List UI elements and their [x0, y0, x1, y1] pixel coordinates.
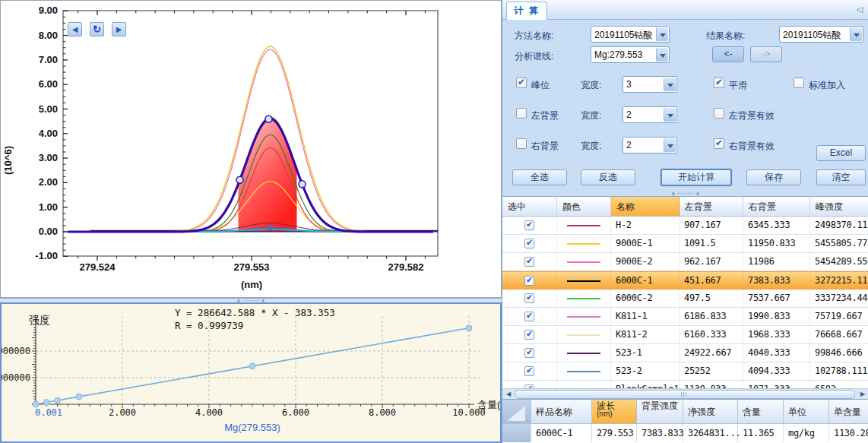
column-header-name[interactable]: 名称	[611, 197, 680, 216]
table-row[interactable]: 6000C-2 497.5 7537.667 3337234.444	[502, 290, 868, 308]
svg-text:0.001: 0.001	[35, 407, 62, 418]
svg-text:含量(: 含量(	[477, 399, 500, 410]
left-background-checkbox[interactable]	[516, 108, 527, 119]
table-row[interactable]: K811-2 6160.333 1968.333 76668.667	[502, 326, 868, 344]
left-bg-width-select[interactable]: 2	[622, 106, 677, 123]
column-header-bg-intensity[interactable]: 背景强度	[637, 400, 683, 423]
svg-text:279.582: 279.582	[388, 261, 424, 273]
table-row[interactable]: K811-1 6186.833 1990.833 75719.667	[502, 308, 868, 326]
series-color-line	[567, 298, 600, 299]
method-name-select[interactable]: 20191105钴酸	[591, 26, 670, 43]
horizontal-scrollbar[interactable]: ◀ ▶	[502, 388, 868, 399]
cell-right-bg: 7383.833	[743, 272, 810, 289]
scroll-right-icon[interactable]: ▶	[857, 390, 868, 399]
result-row[interactable]: 6000C-1 279.553 7383.833 3264831... 11.3…	[502, 424, 868, 442]
column-header-wavelength[interactable]: 波长 (nm)	[592, 400, 637, 423]
cell-name: H-2	[611, 217, 680, 234]
peak-position-checkbox[interactable]	[516, 78, 527, 88]
clear-button[interactable]: 清空	[816, 169, 866, 185]
scrollbar-thumb[interactable]	[515, 390, 855, 399]
series-color-line	[567, 353, 600, 354]
cell-peak: 5454289.556	[810, 253, 868, 271]
prev-result-button[interactable]: <-	[712, 46, 744, 62]
chevron-down-icon[interactable]	[664, 138, 676, 152]
cell-left-bg: 907.167	[680, 217, 743, 234]
cell-name: 9000E-1	[611, 235, 680, 252]
column-header-unit-content[interactable]: 单含量	[829, 400, 868, 423]
svg-text:Mg(279.553): Mg(279.553)	[224, 422, 280, 433]
next-spectrum-button[interactable]: ▶	[112, 22, 126, 36]
result-name-select[interactable]: 20191105钴酸	[779, 26, 863, 43]
row-checkbox[interactable]	[524, 348, 534, 358]
right-bg-valid-checkbox[interactable]	[714, 138, 724, 149]
save-button[interactable]: 保存	[746, 169, 801, 185]
standard-addition-checkbox[interactable]	[794, 78, 804, 88]
svg-text:3.00: 3.00	[39, 152, 58, 163]
cell-peak: 102788.111	[810, 362, 868, 380]
svg-text:6.000: 6.000	[282, 407, 309, 418]
right-bg-width-select[interactable]: 2	[622, 137, 677, 153]
table-row[interactable]: 523-2 25252 4094.333 102788.111	[502, 362, 868, 381]
column-header-left-bg[interactable]: 左背景	[680, 197, 743, 216]
next-result-button[interactable]: ->	[750, 46, 782, 62]
column-header-content[interactable]: 含量	[738, 400, 784, 423]
svg-text:7.00: 7.00	[39, 54, 58, 65]
column-header-sample[interactable]: 样品名称	[531, 400, 592, 423]
calculation-panel: 计 算 ◁ 方法名称: 20191105钴酸 结果名称: 20191105钴酸 …	[502, 0, 868, 443]
cell-peak: 6592	[810, 381, 868, 388]
svg-text:5.00: 5.00	[39, 103, 58, 115]
column-header-right-bg[interactable]: 右背景	[743, 197, 810, 216]
left-bg-valid-checkbox[interactable]	[714, 108, 724, 119]
svg-text:R = 0.999739: R = 0.999739	[175, 320, 243, 331]
peak-width-select[interactable]: 3	[622, 76, 677, 93]
cell-bg-intensity: 7383.833	[637, 424, 683, 442]
row-checkbox[interactable]	[524, 366, 534, 376]
prev-spectrum-button[interactable]: ◀	[68, 22, 82, 36]
chevron-down-icon[interactable]	[656, 48, 668, 62]
row-checkbox[interactable]	[524, 330, 534, 340]
column-header-net-intensity[interactable]: 净强度	[683, 400, 738, 423]
tab-calculate[interactable]: 计 算	[506, 2, 547, 20]
row-checkbox[interactable]	[524, 220, 534, 230]
table-row[interactable]: BlankSample1 1139.833 1071.333 6592	[502, 381, 868, 388]
collapse-panel-icon[interactable]: ◁	[857, 5, 863, 14]
row-selector[interactable]	[502, 424, 531, 442]
row-checkbox[interactable]	[524, 293, 534, 303]
row-checkbox[interactable]	[524, 312, 534, 321]
column-header-color[interactable]: 颜色	[557, 197, 611, 216]
table-row[interactable]: 523-1 24922.667 4040.333 99846.666	[502, 344, 868, 362]
column-header-selected[interactable]: 选中	[502, 197, 557, 216]
right-background-checkbox[interactable]	[516, 138, 527, 149]
scroll-left-icon[interactable]: ◀	[503, 390, 514, 399]
select-all-corner[interactable]	[502, 400, 531, 423]
row-checkbox[interactable]	[524, 276, 534, 286]
chevron-down-icon[interactable]	[656, 27, 668, 41]
right-bg-width-value: 2	[626, 140, 663, 150]
column-header-peak[interactable]: 峰强度	[810, 197, 868, 216]
cell-right-bg: 1990.833	[743, 308, 810, 325]
cell-name: 6000C-1	[611, 272, 680, 289]
analysis-line-select[interactable]: Mg:279.553	[591, 46, 670, 63]
column-header-unit[interactable]: 单位	[784, 400, 829, 423]
row-checkbox[interactable]	[524, 239, 534, 248]
width-label: 宽度:	[581, 140, 601, 153]
table-row[interactable]: 6000C-1 451.667 7383.833 3272215.111	[502, 271, 868, 290]
excel-button[interactable]: Excel	[816, 145, 866, 161]
start-calculation-button[interactable]: 开始计算	[660, 168, 733, 187]
chevron-down-icon[interactable]	[664, 108, 676, 122]
cell-sample-name: 6000C-1	[531, 424, 592, 442]
table-row[interactable]: 9000E-2 962.167 11986 5454289.556	[502, 253, 868, 271]
calibration-plot[interactable]: 0000000000002.0004.0006.0008.00010.0000.…	[2, 304, 500, 441]
invert-selection-button[interactable]: 反选	[581, 169, 635, 185]
table-row[interactable]: H-2 907.167 6345.333 2498370.111	[502, 217, 868, 235]
select-all-button[interactable]: 全选	[512, 169, 567, 185]
chevron-down-icon[interactable]	[664, 78, 676, 91]
smooth-checkbox[interactable]	[714, 78, 724, 88]
spectrum-plot[interactable]: 9.008.007.006.005.004.003.002.001.000.00…	[1, 1, 501, 297]
row-checkbox[interactable]	[524, 257, 534, 267]
chevron-down-icon[interactable]	[850, 27, 862, 41]
refresh-icon[interactable]: ↻	[90, 22, 104, 36]
cell-name: K811-2	[611, 326, 680, 343]
svg-text:8.00: 8.00	[39, 30, 58, 41]
table-row[interactable]: 9000E-1 1091.5 11950.833 5455805.778	[502, 235, 868, 253]
